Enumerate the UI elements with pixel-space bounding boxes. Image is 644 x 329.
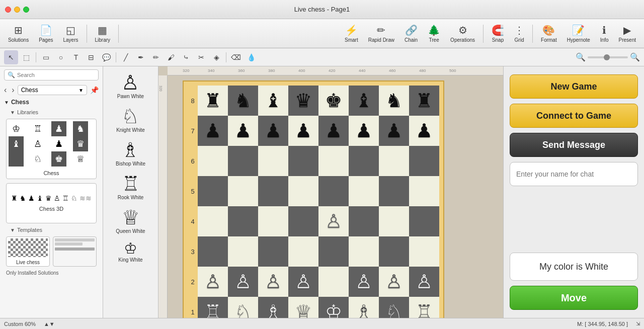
nav-back-button[interactable]: ‹: [2, 85, 9, 96]
move-button[interactable]: Move: [510, 286, 638, 310]
board-cell-C4[interactable]: [258, 206, 288, 236]
board-cell-B7[interactable]: ♟: [228, 116, 258, 146]
search-input[interactable]: [17, 72, 95, 78]
stamp-tool[interactable]: ◈: [209, 50, 223, 64]
toolbar-chain[interactable]: 🔗 Chain: [400, 22, 422, 45]
pin-button[interactable]: 📌: [88, 85, 101, 95]
toolbar-layers[interactable]: ◱ Layers: [59, 22, 83, 45]
line-tool[interactable]: ╱: [119, 50, 133, 64]
toolbar-grid[interactable]: ⋮ Grid: [510, 22, 528, 45]
board-cell-E5[interactable]: [318, 176, 349, 206]
board-cell-A4[interactable]: [198, 206, 228, 236]
board-cell-B4[interactable]: [228, 206, 258, 236]
board-cell-G4[interactable]: [379, 206, 409, 236]
board-cell-E8[interactable]: ♚: [318, 86, 349, 116]
resize-handle[interactable]: ⇲: [636, 321, 640, 326]
nav-forward-button[interactable]: ›: [10, 85, 16, 96]
board-cell-E4[interactable]: ♙: [318, 206, 349, 236]
board-cell-C8[interactable]: ♝: [258, 86, 288, 116]
piece-bishop-white[interactable]: ♗ Bishop White: [114, 138, 147, 169]
toolbar-present[interactable]: ▶ Present: [615, 22, 640, 45]
piece-queen-white[interactable]: ♕ Queen White: [114, 205, 147, 236]
eraser-tool[interactable]: ⌫: [229, 50, 243, 64]
close-button[interactable]: [5, 7, 11, 13]
board-cell-A8[interactable]: ♜: [198, 86, 228, 116]
board-cell-E3[interactable]: [318, 236, 349, 267]
board-cell-B5[interactable]: [228, 176, 258, 206]
board-cell-F8[interactable]: ♝: [349, 86, 379, 116]
piece-rook-white[interactable]: ♖ Rook White: [116, 172, 146, 202]
board-cell-F7[interactable]: ♟: [349, 116, 379, 146]
board-cell-C2[interactable]: ♙: [258, 267, 288, 297]
board-cell-H4[interactable]: [409, 206, 439, 236]
board-cell-E1[interactable]: ♔: [318, 297, 349, 318]
board-cell-F6[interactable]: [349, 146, 379, 176]
live-chess-template[interactable]: Live chess: [6, 236, 50, 267]
board-cell-G3[interactable]: [379, 236, 409, 267]
connect-game-button[interactable]: Connect to Game: [510, 104, 638, 128]
pen-tool[interactable]: ✒: [134, 50, 148, 64]
toolbar-format[interactable]: 🎨 Format: [537, 22, 561, 45]
board-cell-G5[interactable]: [379, 176, 409, 206]
toolbar-snap[interactable]: 🧲 Snap: [488, 22, 508, 45]
ellipse-tool[interactable]: ○: [54, 50, 68, 64]
board-cell-D4[interactable]: [288, 206, 318, 236]
toolbar-pages[interactable]: 📄 Pages: [35, 22, 57, 45]
board-cell-C3[interactable]: [258, 236, 288, 267]
text-tool[interactable]: T: [69, 50, 83, 64]
board-cell-G7[interactable]: ♟: [379, 116, 409, 146]
toolbar-hypernote[interactable]: 📝 Hypernote: [563, 22, 594, 45]
board-cell-H6[interactable]: [409, 146, 439, 176]
board-cell-F5[interactable]: [349, 176, 379, 206]
chat-name-input[interactable]: [510, 162, 638, 186]
board-cell-E2[interactable]: [318, 267, 349, 297]
extra-template[interactable]: [53, 236, 97, 267]
toolbar-info[interactable]: ℹ Info: [596, 22, 613, 45]
board-cell-G6[interactable]: [379, 146, 409, 176]
board-cell-G2[interactable]: ♙: [379, 267, 409, 297]
board-cell-A5[interactable]: [198, 176, 228, 206]
zoom-in-button[interactable]: 🔍: [630, 52, 640, 62]
piece-pawn-white[interactable]: ♙ Pawn White: [115, 70, 146, 101]
board-cell-H5[interactable]: [409, 176, 439, 206]
toolbar-library[interactable]: ▦ Library: [91, 22, 115, 45]
board-cell-F2[interactable]: ♙: [349, 267, 379, 297]
board-cell-H3[interactable]: [409, 236, 439, 267]
board-cell-E6[interactable]: [318, 146, 349, 176]
canvas-content[interactable]: 8♜♞♝♛♚♝♞♜7♟♟♟♟♟♟♟♟654♙32♙♙♙♙♙♙♙1♖♘♗♕♔♗♘♖…: [168, 75, 503, 318]
board-cell-G8[interactable]: ♞: [379, 86, 409, 116]
board-cell-G1[interactable]: ♘: [379, 297, 409, 318]
select-tool[interactable]: ↖: [4, 50, 18, 64]
section-chess[interactable]: ▼ Chess: [0, 97, 103, 108]
subsection-libraries[interactable]: ▼ Libraries: [0, 108, 103, 117]
toolbar-tree[interactable]: 🌲 Tree: [424, 22, 444, 45]
board-cell-A3[interactable]: [198, 236, 228, 267]
minimize-button[interactable]: [14, 7, 20, 13]
marquee-tool[interactable]: ⬚: [19, 50, 33, 64]
text-area-tool[interactable]: ⊟: [84, 50, 98, 64]
board-cell-B3[interactable]: [228, 236, 258, 267]
maximize-button[interactable]: [23, 7, 29, 13]
rectangle-tool[interactable]: ▭: [39, 50, 53, 64]
chess-lib-thumb[interactable]: ♔ ♖ ♟ ♞ ♝ ♙ ♟ ♛ ♘ ♚ ♕ Chess: [6, 119, 97, 179]
piece-knight-white[interactable]: ♘ Knight White: [114, 104, 147, 135]
board-cell-H7[interactable]: ♟: [409, 116, 439, 146]
toolbar-solutions[interactable]: ⊞ Solutions: [4, 22, 33, 45]
connector-tool[interactable]: ⤷: [179, 50, 193, 64]
board-cell-A1[interactable]: ♖: [198, 297, 228, 318]
canvas-area[interactable]: 320 340 360 380 400 420 440 460 480 500 …: [158, 66, 503, 318]
chess-board-container[interactable]: 8♜♞♝♛♚♝♞♜7♟♟♟♟♟♟♟♟654♙32♙♙♙♙♙♙♙1♖♘♗♕♔♗♘♖…: [183, 80, 444, 318]
board-cell-H1[interactable]: ♖: [409, 297, 439, 318]
pencil-tool[interactable]: ✏: [149, 50, 163, 64]
send-message-button[interactable]: Send Message: [510, 133, 638, 157]
subsection-templates[interactable]: ▼ Templates: [0, 225, 103, 234]
board-cell-B8[interactable]: ♞: [228, 86, 258, 116]
board-cell-A7[interactable]: ♟: [198, 116, 228, 146]
board-cell-B1[interactable]: ♘: [228, 297, 258, 318]
piece-king-white[interactable]: ♔ King White: [116, 239, 144, 265]
callout-tool[interactable]: 💬: [99, 50, 113, 64]
dropper-tool[interactable]: 💧: [244, 50, 258, 64]
breadcrumb-dropdown[interactable]: Chess ▼: [18, 85, 87, 95]
board-cell-E7[interactable]: ♟: [318, 116, 349, 146]
board-cell-A2[interactable]: ♙: [198, 267, 228, 297]
